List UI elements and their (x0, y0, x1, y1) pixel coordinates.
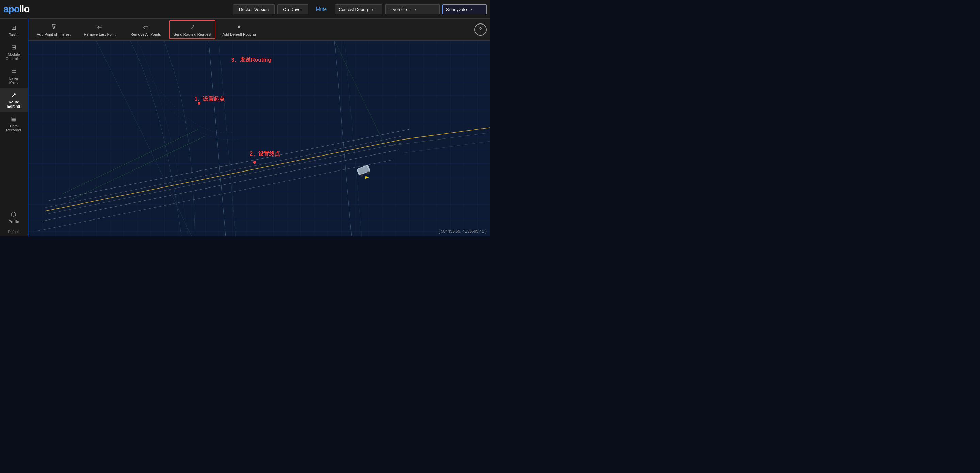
add-default-routing-icon: ✦ (236, 23, 242, 31)
sidebar-item-layer-menu[interactable]: ☰ LayerMenu (0, 64, 27, 88)
sidebar: ⊞ Tasks ⊟ ModuleController ☰ LayerMenu ↗… (0, 19, 28, 237)
co-driver-button[interactable]: Co-Driver (277, 5, 308, 14)
module-controller-icon: ⊟ (11, 43, 16, 51)
location-dropdown[interactable]: Sunnyvale ▼ (442, 5, 487, 14)
add-poi-button[interactable]: ⊽ Add Point of Interest (32, 21, 76, 39)
data-recorder-icon: ▤ (11, 115, 17, 123)
map-coordinates: ( 584456.59, 4136695.42 ) (439, 229, 487, 234)
content-area: ⊽ Add Point of Interest ↩ Remove Last Po… (28, 19, 490, 237)
route-editing-icon: ↗ (11, 91, 16, 99)
sidebar-item-profile[interactable]: ⬡ Profile (5, 207, 22, 227)
route-point-1 (198, 102, 200, 105)
remove-all-label: Remove All Points (130, 32, 161, 37)
route-editing-label: RouteEditing (8, 100, 20, 108)
add-poi-label: Add Point of Interest (37, 32, 71, 37)
add-default-routing-button[interactable]: ✦ Add Default Routing (217, 21, 261, 39)
sidebar-item-route-editing[interactable]: ↗ RouteEditing (0, 88, 27, 111)
contest-debug-dropdown[interactable]: Contest Debug ▼ (335, 5, 382, 14)
map-label-2: 2、设置终点 (250, 150, 280, 158)
toolbar: ⊽ Add Point of Interest ↩ Remove Last Po… (28, 19, 490, 41)
remove-last-icon: ↩ (97, 23, 103, 31)
map-label-3: 3、发送Routing (231, 56, 271, 64)
svg-rect-1 (28, 41, 490, 237)
remove-all-button[interactable]: ⇦ Remove All Points (124, 21, 168, 39)
tasks-icon: ⊞ (11, 24, 16, 31)
sidebar-item-tasks[interactable]: ⊞ Tasks (0, 21, 27, 40)
logo: apollo (3, 4, 29, 14)
sidebar-default-label: Default (5, 227, 22, 237)
layer-menu-icon: ☰ (11, 67, 17, 75)
tasks-label: Tasks (9, 33, 18, 37)
send-routing-icon: ⤢ (189, 23, 195, 31)
chevron-down-icon: ▼ (414, 8, 417, 11)
help-button[interactable]: ? (474, 24, 487, 36)
add-default-routing-label: Add Default Routing (222, 32, 256, 37)
send-routing-button[interactable]: ⤢ Send Routing Request (169, 21, 215, 39)
sidebar-bottom: ⬡ Profile Default (5, 207, 22, 237)
remove-last-button[interactable]: ↩ Remove Last Point (78, 21, 122, 39)
module-controller-label: ModuleController (6, 53, 22, 61)
mute-button[interactable]: Mute (311, 5, 332, 14)
map-label-1: 1、设置起点 (195, 96, 225, 103)
profile-icon: ⬡ (11, 211, 16, 218)
vehicle-dropdown[interactable]: -- vehicle -- ▼ (385, 5, 440, 14)
chevron-down-icon: ▼ (371, 8, 374, 11)
route-point-2 (253, 161, 256, 164)
remove-last-label: Remove Last Point (84, 32, 116, 37)
chevron-down-icon: ▼ (469, 8, 473, 11)
add-poi-icon: ⊽ (51, 23, 56, 31)
sidebar-item-data-recorder[interactable]: ▤ DataRecorder (0, 111, 27, 135)
remove-all-icon: ⇦ (143, 23, 149, 31)
layer-menu-label: LayerMenu (9, 76, 19, 84)
docker-version-button[interactable]: Docker Version (233, 5, 275, 14)
sidebar-item-module-controller[interactable]: ⊟ ModuleController (0, 40, 27, 64)
help-icon: ? (479, 27, 482, 33)
header: apollo Docker Version Co-Driver Mute Con… (0, 0, 490, 19)
map-area[interactable]: 3、发送Routing 1、设置起点 2、设置终点 ( 584456.59, 4… (28, 41, 490, 237)
profile-label: Profile (8, 220, 19, 224)
send-routing-label: Send Routing Request (173, 32, 211, 37)
main-layout: ⊞ Tasks ⊟ ModuleController ☰ LayerMenu ↗… (0, 19, 490, 237)
data-recorder-label: DataRecorder (6, 124, 21, 132)
